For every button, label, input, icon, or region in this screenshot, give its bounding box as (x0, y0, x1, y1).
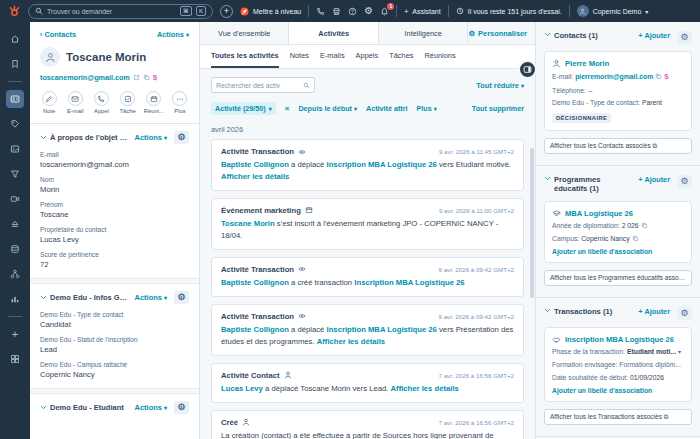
global-search-input[interactable] (47, 8, 176, 15)
person-icon (552, 59, 561, 68)
subtab-meetings[interactable]: Réunions (424, 45, 455, 68)
eye-icon (298, 312, 306, 320)
nav-reporting[interactable] (6, 290, 24, 308)
associated-contact-phone: Téléphone: -- (552, 86, 684, 95)
associated-program-card[interactable]: MBA Logistique 26 Année de diplomation: … (544, 201, 692, 263)
add-association-label-link[interactable]: Ajouter un libellé d'association (552, 387, 684, 394)
subtab-all-activities[interactable]: Toutes les activités (211, 45, 279, 68)
create-button[interactable]: + (220, 5, 233, 18)
view-all-contacts-button[interactable]: Afficher tous les Contacts associés ⧉ (544, 138, 692, 154)
section-actions-dropdown[interactable]: Actions▾ (134, 403, 167, 412)
collapse-right-panel-button[interactable] (518, 60, 537, 79)
account-menu[interactable]: Copernic Demo ▾ (577, 5, 649, 17)
add-program-button[interactable]: +Ajouter (638, 175, 670, 184)
section-actions-dropdown[interactable]: Actions▾ (134, 133, 167, 142)
eye-icon (298, 265, 306, 273)
quick-action-call[interactable]: Appel (90, 91, 112, 114)
associated-contact-card[interactable]: Pierre Morin E-mail: pierremorin@gmail.c… (544, 51, 692, 131)
add-deal-button[interactable]: +Ajouter (638, 307, 670, 316)
settings-button[interactable]: ⚙ (364, 6, 373, 16)
nav-apps[interactable] (6, 350, 24, 368)
tab-overview[interactable]: Vue d'ensemble (200, 22, 289, 44)
section-actions-dropdown[interactable]: Actions▾ (134, 293, 167, 302)
quick-action-note[interactable]: Note (38, 91, 60, 114)
activity-card[interactable]: Activité Transaction 9 avr. 2026 à 09:42… (211, 304, 524, 356)
add-association-label-link[interactable]: Ajouter un libellé d'association (552, 248, 684, 255)
activity-card[interactable]: Créé 7 avr. 2026 à 16:56 GMT+2 La créati… (211, 410, 524, 439)
nav-marketing[interactable] (6, 115, 24, 133)
activity-card[interactable]: Activité Transaction 9 avr. 2026 à 09:42… (211, 257, 524, 297)
section-settings-button[interactable]: ⚙ (174, 131, 189, 144)
timeline-scrollbar[interactable] (530, 148, 534, 298)
activity-body: Baptiste Collignon a créé transaction In… (221, 277, 514, 289)
subtab-notes[interactable]: Notes (290, 45, 309, 68)
chevron-down-icon[interactable] (40, 134, 47, 141)
copy-icon[interactable] (641, 222, 648, 229)
collapse-all-dropdown[interactable]: Tout réduire ▾ (476, 81, 524, 90)
attributed-filter[interactable]: Activité attri (366, 104, 408, 113)
section-settings-button[interactable]: ⚙ (174, 291, 189, 304)
quick-action-task[interactable]: Tâche (117, 91, 139, 114)
timeline-search-input[interactable] (216, 82, 300, 89)
nav-home[interactable] (6, 30, 24, 48)
nav-prospecting[interactable] (6, 215, 24, 233)
nav-contacts[interactable] (6, 90, 24, 108)
global-search[interactable]: ⌘ K (28, 4, 213, 19)
activity-card[interactable]: Activité Transaction 9 avr. 2026 à 11:45… (211, 139, 524, 191)
copy-icon[interactable] (632, 235, 639, 242)
calls-button[interactable] (316, 7, 325, 16)
chevron-down-icon[interactable] (544, 31, 551, 38)
divider (8, 81, 22, 82)
notifications-button[interactable]: 1 (380, 7, 389, 16)
tab-activities[interactable]: Activités (289, 22, 378, 44)
contact-actions-dropdown[interactable]: Actions ▾ (157, 30, 189, 39)
quick-action-email[interactable]: E-mail (64, 91, 86, 114)
upgrade-button[interactable]: Mettre à niveau (240, 7, 301, 16)
contact-email-link[interactable]: toscanemorin@gmail.com (40, 73, 130, 82)
subtab-emails[interactable]: E-mails (320, 45, 345, 68)
nav-content[interactable] (6, 140, 24, 158)
delete-all-button[interactable]: Tout supprimer (472, 104, 524, 113)
section-settings-button[interactable]: ⚙ (677, 31, 692, 44)
chevron-down-icon[interactable] (40, 404, 47, 411)
timeline-search[interactable] (211, 77, 315, 93)
nav-data[interactable] (6, 240, 24, 258)
hubspot-logo-icon[interactable] (8, 5, 21, 18)
section-settings-button[interactable]: ⚙ (174, 401, 189, 414)
section-settings-button[interactable]: ⚙ (677, 307, 692, 320)
nav-commerce[interactable] (6, 165, 24, 183)
clear-filter-button[interactable]: × (285, 104, 290, 113)
activity-card[interactable]: Événement marketing 9 avr. 2026 à 11:00 … (211, 198, 524, 250)
quick-action-more[interactable]: Plus (169, 91, 191, 114)
activity-type-filter[interactable]: Activité (29/50)▾ (211, 102, 276, 115)
help-button[interactable] (348, 7, 357, 16)
copy-icon[interactable] (143, 74, 150, 81)
associated-deal-card[interactable]: Inscription MBA Logistique 26 Phase de l… (544, 327, 692, 402)
date-range-filter[interactable]: Depuis le début ▾ (298, 104, 357, 113)
tab-intelligence[interactable]: Intelligence (379, 22, 468, 44)
chevron-down-icon[interactable] (40, 294, 47, 301)
section-settings-button[interactable]: ⚙ (677, 175, 692, 188)
activity-card[interactable]: Activité Contact 7 avr. 2026 à 16:56 GMT… (211, 363, 524, 403)
subtab-calls[interactable]: Appels (356, 45, 379, 68)
view-all-programs-button[interactable]: Afficher tous les Programmes éducatifs a… (544, 270, 692, 286)
marketplace-button[interactable] (332, 7, 341, 16)
back-to-contacts-link[interactable]: ‹ Contacts (40, 30, 76, 39)
add-contact-button[interactable]: +Ajouter (638, 31, 670, 40)
quick-action-meeting[interactable]: Réuni... (143, 91, 165, 114)
customize-button[interactable]: ⚙ Personnaliser (468, 22, 535, 44)
chevron-down-icon[interactable] (544, 307, 551, 314)
view-all-deals-button[interactable]: Afficher tous les Transactions associés … (544, 409, 692, 425)
nav-add[interactable]: + (6, 325, 24, 343)
associated-contact-email[interactable]: pierremorin@gmail.com (575, 72, 653, 81)
more-filters-dropdown[interactable]: Plus ▾ (417, 104, 437, 113)
assistant-button[interactable]: + Assistant (404, 8, 441, 15)
nav-automations[interactable] (6, 265, 24, 283)
external-link-icon[interactable] (133, 74, 140, 81)
copy-icon[interactable] (655, 73, 662, 80)
deal-stage-dropdown[interactable]: Etudiant moti... (627, 347, 676, 356)
subtab-tasks[interactable]: Tâches (389, 45, 413, 68)
chevron-down-icon[interactable] (544, 175, 551, 182)
nav-bookmarks[interactable] (6, 55, 24, 73)
nav-media[interactable] (6, 190, 24, 208)
